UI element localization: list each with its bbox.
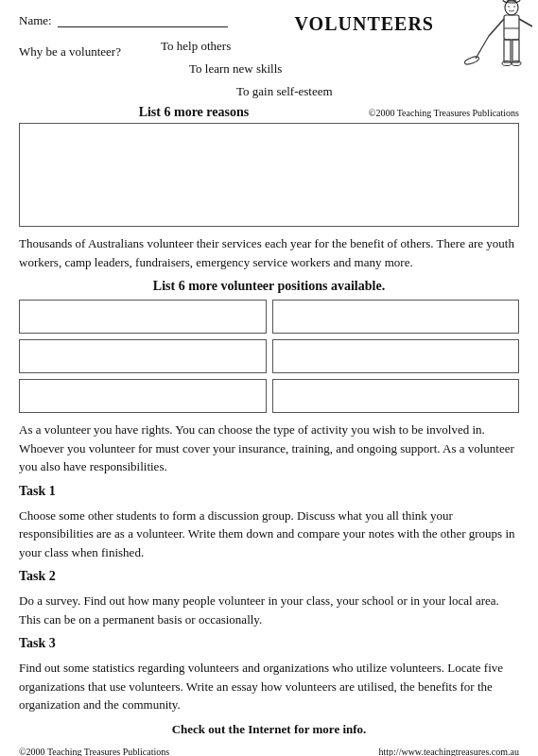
reason-1: To help others (161, 39, 443, 54)
svg-line-13 (489, 19, 504, 36)
name-input-line (58, 14, 228, 27)
page-title: VOLUNTEERS (295, 13, 434, 35)
paragraph-2: As a volunteer you have rights. You can … (19, 421, 519, 476)
svg-line-15 (476, 36, 489, 59)
why-volunteer-label: Why be a volunteer? (19, 44, 121, 59)
task-1-title: Task 1 (19, 484, 519, 499)
list6-positions-header: List 6 more volunteer positions availabl… (19, 279, 519, 294)
position-cell-5[interactable] (19, 379, 267, 413)
reason-2: To learn new skills (189, 61, 443, 77)
svg-point-12 (512, 61, 521, 66)
position-cell-2[interactable] (272, 300, 520, 334)
task-2-text: Do a survey. Find out how many people vo… (19, 592, 519, 628)
copyright-top: ©2000 Teaching Treasures Publications (369, 108, 519, 118)
paragraph-1: Thousands of Australians volunteer their… (19, 234, 519, 271)
task-1-text: Choose some other students to form a dis… (19, 507, 519, 562)
footer-copyright: ©2000 Teaching Treasures Publications (19, 747, 169, 757)
svg-line-14 (519, 19, 532, 26)
position-cell-3[interactable] (19, 339, 267, 373)
list6-reasons-box[interactable] (19, 123, 519, 227)
svg-rect-7 (504, 15, 519, 40)
task-3-title: Task 3 (19, 636, 519, 651)
list6-reasons-header: List 6 more reasons (139, 105, 250, 119)
position-cell-4[interactable] (272, 339, 520, 373)
svg-point-16 (463, 55, 479, 65)
svg-rect-10 (512, 40, 519, 62)
position-cell-1[interactable] (19, 300, 267, 334)
positions-grid (19, 300, 519, 413)
position-cell-6[interactable] (272, 379, 520, 413)
task-3-text: Find out some statistics regarding volun… (19, 659, 519, 714)
name-label: Name: (19, 13, 52, 28)
svg-point-6 (513, 6, 515, 8)
svg-rect-9 (504, 40, 511, 62)
task-2-title: Task 2 (19, 569, 519, 584)
volunteer-figure (462, 0, 538, 94)
footer-url: http://www.teachingtreasures.com.au (379, 747, 519, 757)
reason-3: To gain self-esteem (236, 84, 443, 99)
footer: ©2000 Teaching Treasures Publications ht… (19, 747, 519, 757)
internet-line: Check out the Internet for more info. (19, 722, 519, 737)
svg-point-11 (502, 61, 512, 66)
svg-point-5 (508, 6, 510, 8)
